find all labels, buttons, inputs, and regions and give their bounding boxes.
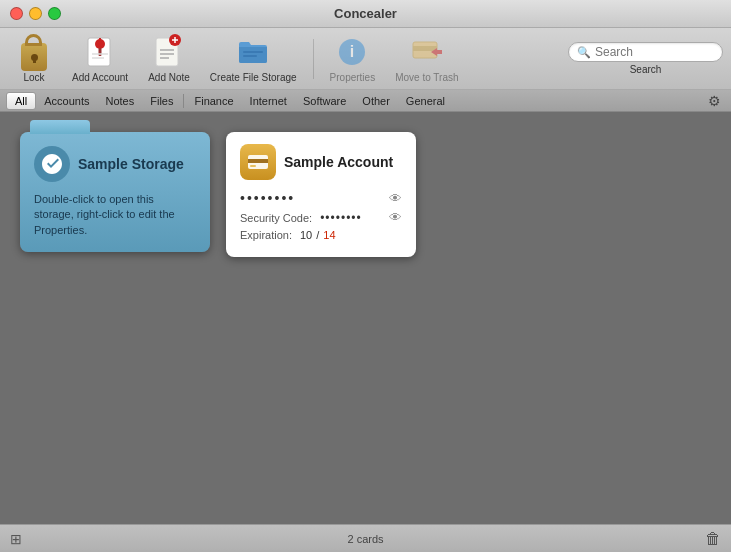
close-button[interactable]: [10, 7, 23, 20]
search-area: 🔍 Search: [568, 42, 723, 75]
window-title: Concealer: [334, 6, 397, 21]
security-code-row: Security Code: •••••••• 👁: [240, 210, 402, 225]
storage-card[interactable]: Sample Storage Double-click to open this…: [20, 132, 210, 252]
properties-button[interactable]: i Properties: [322, 30, 384, 87]
expiry-row: Expiration: 10 / 14: [240, 229, 402, 241]
svg-rect-22: [248, 159, 268, 163]
tab-notes[interactable]: Notes: [97, 93, 142, 109]
add-account-button[interactable]: Add Account: [64, 30, 136, 87]
expiry-month: 10: [300, 229, 312, 241]
tab-general[interactable]: General: [398, 93, 453, 109]
properties-label: Properties: [330, 72, 376, 83]
security-code-label: Security Code:: [240, 212, 312, 224]
create-file-storage-label: Create File Storage: [210, 72, 297, 83]
storage-description: Double-click to open this storage, right…: [34, 192, 196, 238]
grid-view-icon[interactable]: ⊞: [10, 531, 22, 547]
title-bar: Concealer: [0, 0, 731, 28]
toolbar: Lock Add Account: [0, 28, 731, 90]
svg-rect-14: [243, 55, 257, 57]
move-to-trash-label: Move to Trash: [395, 72, 458, 83]
tab-accounts[interactable]: Accounts: [36, 93, 97, 109]
security-code-dots: ••••••••: [320, 211, 385, 225]
properties-icon: i: [334, 34, 370, 70]
tab-software[interactable]: Software: [295, 93, 354, 109]
tab-separator: [183, 94, 184, 108]
account-header: Sample Account: [240, 144, 402, 180]
tab-all[interactable]: All: [6, 92, 36, 110]
maximize-button[interactable]: [48, 7, 61, 20]
move-to-trash-icon: [409, 34, 445, 70]
tab-internet[interactable]: Internet: [242, 93, 295, 109]
expiry-label: Expiration:: [240, 229, 292, 241]
expiry-year: 14: [323, 229, 335, 241]
search-box[interactable]: 🔍: [568, 42, 723, 62]
cards-count: 2 cards: [347, 533, 383, 545]
svg-rect-20: [437, 50, 442, 54]
account-card[interactable]: Sample Account •••••••• 👁 Security Code:…: [226, 132, 416, 257]
tab-other[interactable]: Other: [354, 93, 398, 109]
lock-label: Lock: [23, 72, 44, 83]
main-content: Sample Storage Double-click to open this…: [0, 112, 731, 524]
search-icon: 🔍: [577, 46, 591, 59]
password-row: •••••••• 👁: [240, 190, 402, 206]
filter-tabs: All Accounts Notes Files Finance Interne…: [0, 90, 731, 112]
search-label: Search: [630, 64, 662, 75]
toolbar-divider-1: [313, 39, 314, 79]
create-file-storage-button[interactable]: Create File Storage: [202, 30, 305, 87]
svg-rect-18: [413, 46, 437, 51]
add-note-button[interactable]: Add Note: [140, 30, 198, 87]
storage-title: Sample Storage: [78, 156, 184, 172]
gear-icon[interactable]: ⚙: [704, 93, 725, 109]
account-title: Sample Account: [284, 154, 393, 170]
svg-rect-23: [250, 165, 256, 167]
add-note-icon: [151, 34, 187, 70]
status-bar: ⊞ 2 cards 🗑: [0, 524, 731, 552]
window-controls: [10, 7, 61, 20]
svg-rect-13: [243, 51, 263, 53]
trash-icon[interactable]: 🗑: [705, 530, 721, 548]
move-to-trash-button[interactable]: Move to Trash: [387, 30, 466, 87]
svg-text:i: i: [350, 43, 354, 60]
svg-rect-2: [99, 48, 102, 56]
add-note-label: Add Note: [148, 72, 190, 83]
password-dots: ••••••••: [240, 190, 385, 206]
search-input[interactable]: [595, 45, 714, 59]
storage-icon: [34, 146, 70, 182]
tab-files[interactable]: Files: [142, 93, 181, 109]
lock-button[interactable]: Lock: [8, 30, 60, 87]
password-eye-icon[interactable]: 👁: [389, 191, 402, 206]
minimize-button[interactable]: [29, 7, 42, 20]
account-icon: [240, 144, 276, 180]
expiry-separator: /: [316, 229, 319, 241]
add-account-label: Add Account: [72, 72, 128, 83]
add-account-icon: [82, 34, 118, 70]
lock-icon: [16, 34, 52, 70]
create-file-storage-icon: [235, 34, 271, 70]
folder-tab: [30, 120, 90, 134]
security-code-eye-icon[interactable]: 👁: [389, 210, 402, 225]
tab-finance[interactable]: Finance: [186, 93, 241, 109]
storage-header: Sample Storage: [34, 146, 196, 182]
